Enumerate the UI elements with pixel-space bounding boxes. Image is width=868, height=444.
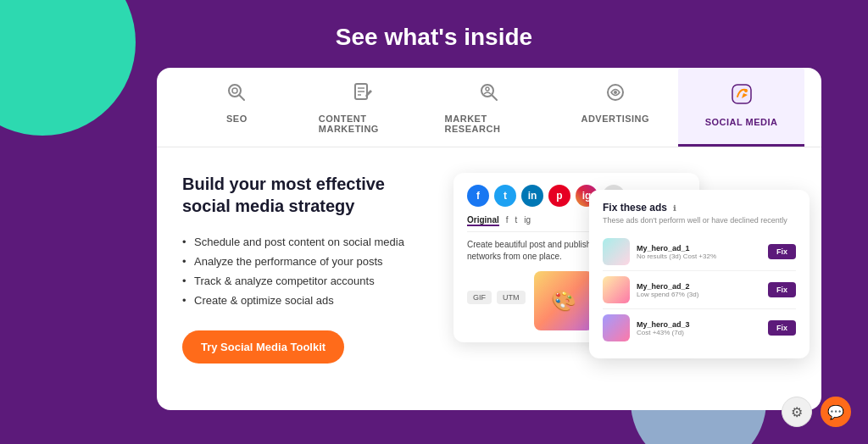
utm-button[interactable]: UTM bbox=[497, 291, 526, 304]
settings-button[interactable]: ⚙ bbox=[782, 397, 812, 427]
tab-market-research[interactable]: MARKET RESEARCH bbox=[426, 68, 553, 147]
gif-button[interactable]: GIF bbox=[467, 291, 492, 304]
svg-point-9 bbox=[486, 87, 489, 91]
ad-row-1: My_hero_ad_1 No results (3d) Cost +32% F… bbox=[603, 233, 796, 271]
fix-ads-info-icon: ℹ bbox=[673, 204, 676, 213]
left-content: Build your most effective social media s… bbox=[182, 173, 420, 393]
svg-line-1 bbox=[239, 95, 244, 100]
advertising-icon bbox=[604, 81, 626, 107]
svg-point-2 bbox=[232, 88, 237, 93]
content-marketing-icon bbox=[352, 81, 374, 107]
svg-rect-12 bbox=[732, 85, 751, 103]
post-tab-tw[interactable]: t bbox=[515, 215, 518, 226]
fix-ads-title: Fix these ads ℹ bbox=[603, 202, 796, 214]
post-tab-original[interactable]: Original bbox=[467, 215, 499, 226]
ad-name-3: My_hero_ad_3 bbox=[637, 320, 761, 329]
market-research-icon bbox=[478, 81, 500, 107]
feature-item-3: Track & analyze competitor accounts bbox=[182, 271, 420, 291]
ad-thumb-1 bbox=[603, 238, 630, 265]
seo-icon bbox=[225, 81, 248, 107]
ad-stat-3: Cost +43% (7d) bbox=[637, 329, 761, 336]
tab-market-research-label: MARKET RESEARCH bbox=[445, 114, 534, 134]
fix-button-1[interactable]: Fix bbox=[768, 244, 796, 259]
twitter-icon[interactable]: t bbox=[494, 185, 516, 207]
tab-social-media-label: SOCIAL MEDIA bbox=[705, 117, 778, 127]
fix-button-3[interactable]: Fix bbox=[768, 320, 796, 336]
bg-circle-top-left bbox=[0, 0, 136, 136]
post-image: 🎨 bbox=[534, 271, 593, 330]
tab-social-media[interactable]: SOCIAL MEDIA bbox=[678, 68, 804, 147]
feature-item-1: Schedule and post content on social medi… bbox=[182, 232, 420, 252]
fix-ads-subtitle: These ads don't perform well or have dec… bbox=[603, 216, 796, 225]
right-content: f t in p ig + Original f t ig 🐦 230 Crea… bbox=[453, 173, 796, 393]
post-tab-fb[interactable]: f bbox=[506, 215, 509, 226]
social-media-icon bbox=[729, 81, 754, 110]
facebook-icon[interactable]: f bbox=[467, 185, 489, 207]
content-area: Build your most effective social media s… bbox=[157, 147, 821, 410]
feature-list: Schedule and post content on social medi… bbox=[182, 232, 420, 310]
content-heading: Build your most effective social media s… bbox=[182, 173, 420, 217]
ad-thumb-2 bbox=[603, 276, 630, 303]
tab-advertising[interactable]: ADVERTISING bbox=[552, 68, 678, 147]
ad-stat-1: No results (3d) Cost +32% bbox=[637, 253, 761, 260]
cta-button[interactable]: Try Social Media Toolkit bbox=[182, 330, 344, 364]
page-title: See what's inside bbox=[0, 24, 868, 51]
fix-ads-card: Fix these ads ℹ These ads don't perform … bbox=[589, 190, 810, 358]
tab-content-marketing[interactable]: CONTENT MARKETING bbox=[300, 68, 426, 147]
chat-button[interactable]: 💬 bbox=[821, 397, 851, 427]
ad-row-3: My_hero_ad_3 Cost +43% (7d) Fix bbox=[603, 309, 796, 347]
main-card: SEO CONTENT MARKETING bbox=[157, 68, 821, 410]
tab-seo-label: SEO bbox=[226, 114, 248, 124]
ad-thumb-3 bbox=[603, 314, 630, 341]
post-actions: GIF UTM bbox=[467, 291, 526, 304]
svg-point-11 bbox=[614, 91, 617, 94]
tab-advertising-label: ADVERTISING bbox=[581, 114, 649, 124]
ad-name-1: My_hero_ad_1 bbox=[637, 244, 761, 253]
ad-info-1: My_hero_ad_1 No results (3d) Cost +32% bbox=[637, 244, 761, 260]
post-tab-ig[interactable]: ig bbox=[524, 215, 531, 226]
svg-point-13 bbox=[744, 89, 748, 92]
ad-info-3: My_hero_ad_3 Cost +43% (7d) bbox=[637, 320, 761, 336]
feature-item-2: Analyze the performance of your posts bbox=[182, 252, 420, 271]
tab-content-marketing-label: CONTENT MARKETING bbox=[319, 114, 408, 134]
ad-row-2: My_hero_ad_2 Low spend 67% (3d) Fix bbox=[603, 271, 796, 309]
fix-button-2[interactable]: Fix bbox=[768, 282, 796, 297]
linkedin-icon[interactable]: in bbox=[521, 185, 543, 207]
bottom-icons: ⚙ 💬 bbox=[782, 397, 851, 427]
ad-name-2: My_hero_ad_2 bbox=[637, 282, 761, 291]
ad-stat-2: Low spend 67% (3d) bbox=[637, 291, 761, 298]
tabs-row: SEO CONTENT MARKETING bbox=[157, 68, 821, 147]
feature-item-4: Create & optimize social ads bbox=[182, 291, 420, 310]
ad-info-2: My_hero_ad_2 Low spend 67% (3d) bbox=[637, 282, 761, 298]
tab-seo[interactable]: SEO bbox=[174, 68, 300, 147]
svg-line-8 bbox=[492, 95, 497, 100]
pinterest-icon[interactable]: p bbox=[548, 185, 570, 207]
